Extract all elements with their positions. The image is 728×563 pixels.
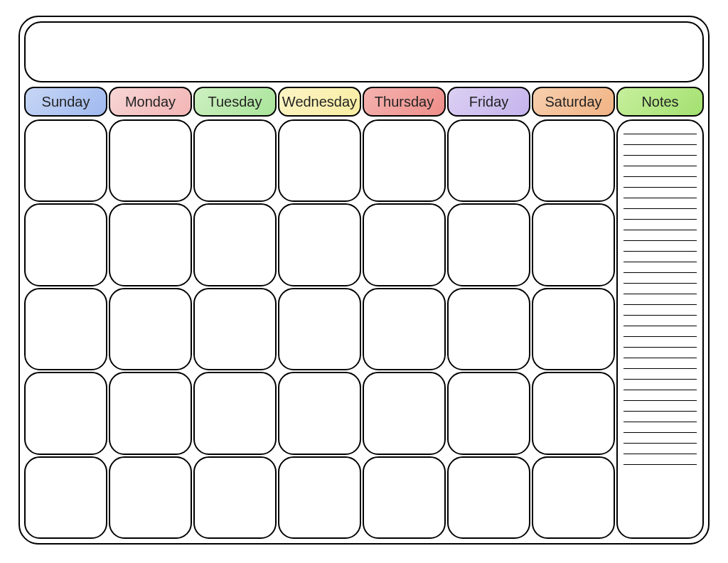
note-line [623,198,697,198]
note-line [623,347,697,348]
note-line [623,411,697,412]
note-line [623,262,697,262]
note-line [623,294,697,294]
notes-area[interactable] [616,119,704,539]
day-cell[interactable] [24,288,107,370]
day-cell[interactable] [532,119,615,202]
note-line [623,272,697,273]
day-cell[interactable] [278,203,361,286]
day-header-tuesday: Tuesday [193,87,277,117]
day-cell[interactable] [24,119,107,202]
calendar-grid [24,119,615,539]
day-cell[interactable] [193,372,277,454]
calendar-area: Sunday Monday Tuesday Wednesday Thursday… [24,87,615,539]
day-cell[interactable] [363,288,446,370]
day-cell[interactable] [532,203,615,286]
note-line [623,368,697,369]
note-line [623,379,697,380]
day-cell[interactable] [532,372,615,454]
day-cell[interactable] [193,456,277,539]
day-cell[interactable] [278,372,361,454]
day-cell[interactable] [532,288,615,370]
note-line [623,144,697,145]
note-line [623,326,697,326]
day-cell[interactable] [24,203,107,286]
day-cell[interactable] [447,456,530,539]
note-line [623,336,697,337]
note-line [623,400,697,401]
note-line [623,251,697,252]
note-line [623,134,697,134]
calendar-body: Sunday Monday Tuesday Wednesday Thursday… [24,87,704,539]
calendar-page: Sunday Monday Tuesday Wednesday Thursday… [18,16,710,545]
day-cell[interactable] [447,372,530,454]
day-cell[interactable] [24,372,107,454]
note-line [623,315,697,316]
note-line [623,358,697,358]
note-line [623,432,697,433]
day-cell[interactable] [278,456,361,539]
title-box[interactable] [24,21,704,82]
day-header-friday: Friday [447,87,530,117]
note-line [623,208,697,209]
note-line [623,422,697,422]
day-cell[interactable] [109,288,192,370]
day-header-sunday: Sunday [24,87,107,117]
day-cell[interactable] [109,119,192,202]
day-cell[interactable] [24,456,107,539]
note-line [623,464,697,465]
day-cell[interactable] [109,203,192,286]
day-cell[interactable] [363,203,446,286]
note-line [623,176,697,177]
day-header-saturday: Saturday [532,87,615,117]
notes-header: Notes [616,87,704,117]
note-line [623,230,697,230]
note-line [623,166,697,166]
note-line [623,304,697,305]
day-header-monday: Monday [109,87,192,117]
day-cell[interactable] [193,119,277,202]
note-line [623,390,697,390]
day-cell[interactable] [193,203,277,286]
note-line [623,155,697,156]
note-line [623,240,697,241]
day-cell[interactable] [447,119,530,202]
day-cell[interactable] [109,372,192,454]
day-cell[interactable] [278,119,361,202]
note-line [623,187,697,188]
day-cell[interactable] [193,288,277,370]
day-header-wednesday: Wednesday [278,87,361,117]
day-cell[interactable] [278,288,361,370]
day-cell[interactable] [447,203,530,286]
day-cell[interactable] [363,456,446,539]
day-cell[interactable] [447,288,530,370]
notes-column: Notes [616,87,704,539]
day-header-row: Sunday Monday Tuesday Wednesday Thursday… [24,87,615,117]
day-cell[interactable] [532,456,615,539]
note-line [623,219,697,220]
day-cell[interactable] [363,372,446,454]
note-line [623,283,697,284]
day-cell[interactable] [109,456,192,539]
note-line [623,454,697,454]
note-line [623,443,697,444]
day-cell[interactable] [363,119,446,202]
day-header-thursday: Thursday [363,87,446,117]
